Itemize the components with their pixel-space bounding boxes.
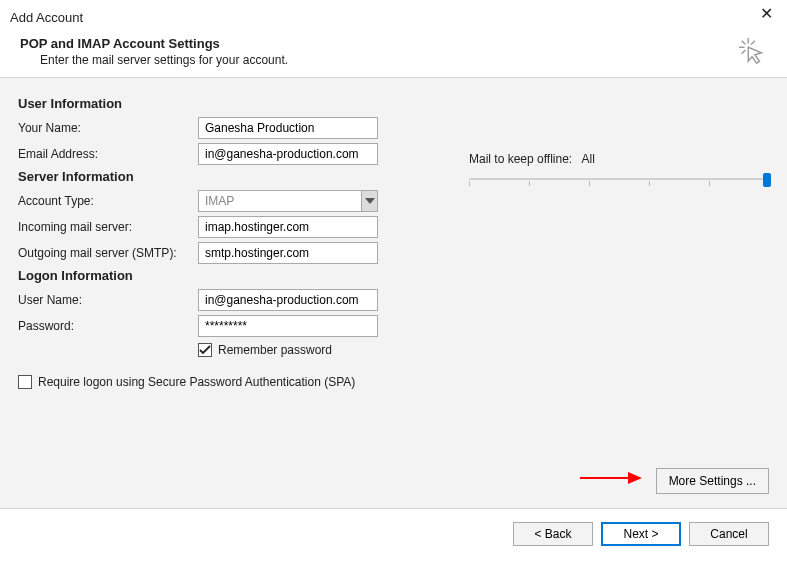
back-button[interactable]: < Back [513,522,593,546]
incoming-server-input[interactable] [198,216,378,238]
label-user-name: User Name: [18,293,198,307]
svg-line-3 [751,41,755,45]
label-password: Password: [18,319,198,333]
more-settings-button[interactable]: More Settings ... [656,468,769,494]
spa-label: Require logon using Secure Password Auth… [38,375,355,389]
remember-password-checkbox[interactable]: Remember password [198,343,429,357]
password-input[interactable] [198,315,378,337]
section-server-info: Server Information [18,169,429,184]
mail-offline-value: All [582,152,595,166]
label-email: Email Address: [18,147,198,161]
account-type-value [198,190,362,212]
account-type-select[interactable] [198,190,378,212]
mail-offline-slider[interactable] [469,174,769,194]
page-title: POP and IMAP Account Settings [20,36,737,51]
checkbox-empty-icon [18,375,32,389]
section-user-info: User Information [18,96,429,111]
close-icon[interactable]: ✕ [755,6,777,28]
svg-line-2 [742,41,746,45]
user-name-input[interactable] [198,289,378,311]
mail-offline-label: Mail to keep offline: All [469,152,769,166]
label-outgoing: Outgoing mail server (SMTP): [18,246,198,260]
your-name-input[interactable] [198,117,378,139]
label-account-type: Account Type: [18,194,198,208]
checkmark-icon [198,343,212,357]
window-title: Add Account [10,10,83,25]
arrow-icon [580,468,650,488]
slider-thumb[interactable] [763,173,771,187]
page-subtitle: Enter the mail server settings for your … [40,53,737,67]
chevron-down-icon[interactable] [362,190,378,212]
email-input[interactable] [198,143,378,165]
outgoing-server-input[interactable] [198,242,378,264]
remember-password-label: Remember password [218,343,332,357]
label-your-name: Your Name: [18,121,198,135]
cursor-click-icon [737,36,767,69]
spa-checkbox[interactable]: Require logon using Secure Password Auth… [18,375,429,389]
svg-line-4 [742,50,746,54]
cancel-button[interactable]: Cancel [689,522,769,546]
next-button[interactable]: Next > [601,522,681,546]
section-logon-info: Logon Information [18,268,429,283]
label-incoming: Incoming mail server: [18,220,198,234]
